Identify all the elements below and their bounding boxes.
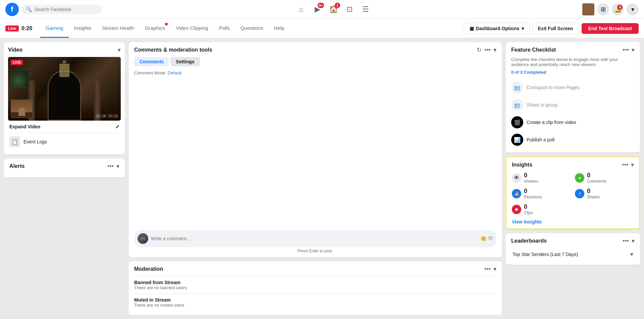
comment-actions: 🙂 🛡 xyxy=(481,236,493,241)
chevron-down-icon: ▾ xyxy=(631,6,634,13)
alerts-controls: ••• ▾ xyxy=(107,163,119,170)
arch xyxy=(48,70,81,121)
viewers-count: 0 xyxy=(524,172,538,179)
comments-area xyxy=(134,78,496,230)
leaderboards-sub: Top Star Senders (Last 7 Days) ▾ xyxy=(511,248,635,261)
comments-refresh-icon[interactable]: ↻ xyxy=(477,46,482,54)
checklist-controls: ••• ▾ xyxy=(623,46,635,54)
comments-tabs: Comments Settings xyxy=(134,57,496,66)
moderation-more-icon[interactable]: ••• xyxy=(484,266,491,273)
notifications-btn[interactable]: 🔔 4 xyxy=(612,3,624,15)
groups-nav-btn[interactable]: ⊡ xyxy=(341,1,358,17)
moderation-collapse-icon[interactable]: ▾ xyxy=(493,265,496,273)
leaderboards-title: Leaderboards xyxy=(511,238,547,244)
checklist-item-share-group[interactable]: 👥 Share to group xyxy=(511,96,635,114)
news-nav-btn[interactable]: ☰ xyxy=(358,1,374,17)
alerts-more-icon[interactable]: ••• xyxy=(107,163,114,170)
alerts-card-header: Alerts ••• ▾ xyxy=(9,163,119,170)
apps-btn[interactable]: ⊞ xyxy=(597,3,609,15)
insights-card-title: Insights xyxy=(512,162,532,168)
tab-polls[interactable]: Polls xyxy=(214,19,235,38)
insights-card-header: Insights ••• ▾ xyxy=(512,161,634,169)
shield-icon[interactable]: 🛡 xyxy=(488,236,493,241)
tab-graphics[interactable]: Graphics xyxy=(140,19,170,38)
insights-collapse-icon[interactable]: ▾ xyxy=(631,161,634,169)
video-card: Video ▾ xyxy=(4,42,125,154)
facebook-logo[interactable]: f xyxy=(5,3,19,16)
comments-collapse-icon[interactable]: ▾ xyxy=(493,46,496,54)
video-card-controls: ▾ xyxy=(118,46,121,54)
moderation-card-title: Moderation xyxy=(134,266,163,272)
search-input[interactable] xyxy=(35,7,97,12)
tab-settings[interactable]: Settings xyxy=(170,57,200,66)
expand-video-label: Expand Video xyxy=(9,124,40,129)
avatar[interactable] xyxy=(582,3,594,15)
leaderboards-expand-icon[interactable]: ▾ xyxy=(630,251,633,258)
tab-questions[interactable]: Questions xyxy=(235,19,269,38)
comments-more-icon[interactable]: ••• xyxy=(484,47,491,54)
leaderboards-card: Leaderboards ••• ▾ Top Star Senders (Las… xyxy=(506,233,640,265)
press-enter-hint: Press Enter to post. xyxy=(134,249,496,253)
main-content: Video ▾ xyxy=(0,38,644,319)
reactions-count: 0 xyxy=(524,188,542,195)
alerts-collapse-icon[interactable]: ▾ xyxy=(116,163,119,170)
moderation-controls: ••• ▾ xyxy=(484,265,496,273)
tab-insights[interactable]: Insights xyxy=(69,19,97,38)
insight-viewers: 👁 0 Viewers xyxy=(512,172,571,184)
comment-input[interactable] xyxy=(151,236,478,241)
view-insights-link[interactable]: View Insights xyxy=(512,219,634,225)
store-badge: 1 xyxy=(335,3,340,8)
moderation-card: Moderation ••• ▾ Banned from Stream Ther… xyxy=(129,261,502,315)
leaderboards-collapse-icon[interactable]: ▾ xyxy=(632,237,635,245)
checklist-item-clip[interactable]: 🎬 Create a clip from video xyxy=(511,114,635,131)
graphics-dot xyxy=(165,23,168,25)
comments-count: 0 xyxy=(587,172,606,179)
banned-users-desc: There are no banned users xyxy=(134,285,496,290)
comments-card-title: Comments & moderation tools xyxy=(134,47,212,53)
clip-icon: 🎬 xyxy=(511,116,523,128)
clipboard-icon: 📋 xyxy=(11,139,18,145)
checklist-item-poll[interactable]: 📊 Publish a poll xyxy=(511,131,635,148)
left-column: Video ▾ xyxy=(4,42,125,315)
poll-icon: 📊 xyxy=(511,134,523,146)
home-nav-btn[interactable]: ⌂ xyxy=(293,1,309,17)
insight-comments: ● 0 Comments xyxy=(575,172,634,184)
end-test-broadcast-button[interactable]: End Test Broadcast xyxy=(582,23,639,34)
shares-icon: ↗ xyxy=(575,189,584,198)
comments-card-controls: ↻ ••• ▾ xyxy=(477,46,496,54)
comment-mode-link[interactable]: Default xyxy=(168,70,181,75)
video-card-header: Video ▾ xyxy=(8,46,121,54)
nav-right: ⊞ 🔔 4 ▾ xyxy=(565,3,639,15)
collapse-icon[interactable]: ▾ xyxy=(118,46,121,54)
commenter-avatar: 🎮 xyxy=(138,233,148,244)
tab-video-clipping[interactable]: Video Clipping xyxy=(170,19,213,38)
top-nav: f 🔍 ⌂ ▶ 9+ 🏠 1 ⊡ ☰ ⊞ 🔔 4 xyxy=(0,0,644,19)
reactions-icon: 👍 xyxy=(512,189,521,198)
video-nav-btn[interactable]: ▶ 9+ xyxy=(309,1,325,17)
tab-comments[interactable]: Comments xyxy=(134,57,169,66)
checklist-collapse-icon[interactable]: ▾ xyxy=(632,46,635,54)
search-box: 🔍 xyxy=(21,5,102,14)
leaderboards-more-icon[interactable]: ••• xyxy=(623,238,629,245)
shares-label: Shares xyxy=(587,195,600,199)
checklist-more-icon[interactable]: ••• xyxy=(623,47,629,54)
insight-reactions: 👍 0 Reactions xyxy=(512,188,571,199)
emoji-icon[interactable]: 🙂 xyxy=(481,236,486,241)
tab-stream-health[interactable]: Stream Health xyxy=(97,19,140,38)
tab-gaming[interactable]: Gaming xyxy=(40,19,69,38)
store-nav-btn[interactable]: 🏠 1 xyxy=(325,1,341,17)
dashboard-options-button[interactable]: ▦ Dashboard Options ▾ xyxy=(464,23,530,34)
comments-label: Comments xyxy=(587,179,606,184)
tab-help[interactable]: Help xyxy=(269,19,290,38)
chevron-down-icon: ▾ xyxy=(522,26,524,31)
account-btn[interactable]: ▾ xyxy=(627,3,639,15)
exit-full-screen-button[interactable]: Exit Full Screen xyxy=(532,23,579,34)
viewers-label: Viewers xyxy=(524,179,538,184)
share-group-icon: 👥 xyxy=(511,99,523,111)
event-logs[interactable]: 📋 Event Logs xyxy=(8,133,121,150)
insights-more-icon[interactable]: ••• xyxy=(622,162,628,169)
video-badge: 9+ xyxy=(318,3,324,8)
expand-video[interactable]: Expand Video ⤢ xyxy=(8,121,121,133)
checklist-item-crosspost[interactable]: 👥 Crosspost to more Pages xyxy=(511,79,635,96)
alerts-card: Alerts ••• ▾ xyxy=(4,158,125,177)
